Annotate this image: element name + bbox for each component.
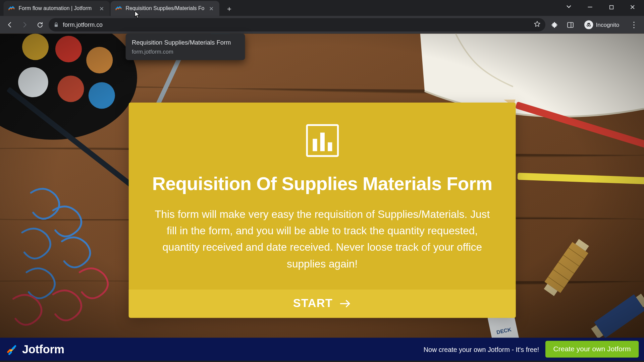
svg-rect-41: [327, 142, 332, 151]
svg-point-5: [587, 25, 589, 26]
new-tab-button[interactable]: ＋: [223, 3, 235, 15]
start-button[interactable]: START: [129, 289, 516, 317]
bar-chart-icon: [306, 124, 339, 159]
jotform-wordmark: Jotform: [22, 342, 64, 356]
browser-tabs: Form flow automation | Jotform ✕ Requisi…: [0, 0, 235, 16]
window-close-button[interactable]: [623, 2, 642, 14]
svg-rect-2: [55, 24, 58, 27]
svg-rect-45: [11, 345, 17, 350]
form-title: Requisition Of Supplies Materials Form: [150, 173, 494, 194]
svg-rect-39: [313, 139, 317, 151]
jotform-favicon-icon: [115, 5, 122, 12]
svg-point-6: [589, 25, 591, 26]
jotform-logo-icon: [5, 343, 19, 356]
incognito-indicator[interactable]: Incognito: [580, 18, 624, 31]
reload-button[interactable]: [34, 18, 46, 31]
svg-rect-40: [320, 133, 324, 151]
close-icon[interactable]: ✕: [98, 5, 105, 12]
tooltip-domain: form.jotform.com: [132, 49, 239, 55]
chrome-menu-icon[interactable]: ⋮: [627, 20, 641, 29]
form-welcome-card: Requisition Of Supplies Materials Form T…: [129, 103, 516, 318]
tab-search-button[interactable]: [559, 2, 579, 14]
create-form-button[interactable]: Create your own Jotform: [545, 341, 639, 358]
extensions-icon[interactable]: [548, 18, 560, 31]
browser-titlebar: Form flow automation | Jotform ✕ Requisi…: [0, 0, 644, 16]
tab-requisition-form[interactable]: Requisition Supplies/Materials Fo ✕: [111, 1, 220, 16]
tooltip-title: Requisition Supplies/Materials Form: [132, 39, 239, 46]
lock-icon: [53, 22, 59, 28]
form-description: This form will make very easy the requis…: [150, 206, 494, 272]
svg-rect-1: [609, 5, 613, 9]
close-icon[interactable]: ✕: [208, 5, 215, 12]
side-panel-icon[interactable]: [564, 18, 577, 31]
forward-button[interactable]: [18, 18, 31, 31]
url-text: form.jotform.co: [63, 21, 530, 28]
tab-jotform-automation[interactable]: Form flow automation | Jotform ✕: [4, 1, 110, 16]
minimize-button[interactable]: [580, 2, 600, 14]
promo-message: Now create your own Jotform - It's free!: [424, 346, 539, 353]
svg-rect-3: [568, 22, 573, 27]
promo-bottom-bar: Jotform Now create your own Jotform - It…: [0, 338, 644, 361]
back-button[interactable]: [4, 18, 16, 31]
browser-toolbar: form.jotform.co Incognito ⋮: [0, 16, 644, 34]
page-viewport: DECK: [0, 34, 644, 361]
incognito-label: Incognito: [596, 21, 620, 28]
mouse-cursor-icon: [135, 11, 141, 20]
incognito-icon: [584, 20, 593, 29]
maximize-button[interactable]: [601, 2, 621, 14]
window-controls: [559, 2, 642, 14]
start-label: START: [293, 297, 333, 310]
jotform-favicon-icon: [8, 5, 15, 12]
bookmark-star-icon[interactable]: [534, 20, 541, 29]
jotform-brand[interactable]: Jotform: [5, 342, 64, 356]
arrow-right-icon: [340, 299, 351, 308]
tab-title: Form flow automation | Jotform: [18, 5, 95, 11]
address-bar[interactable]: form.jotform.co: [49, 18, 545, 32]
tab-tooltip: Requisition Supplies/Materials Form form…: [126, 34, 245, 60]
